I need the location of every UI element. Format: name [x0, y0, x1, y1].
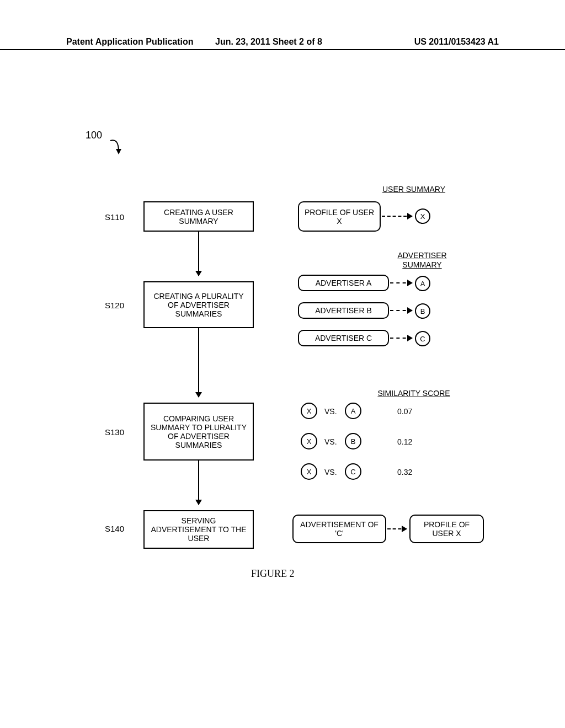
- step-s140-box: SERVING ADVERTISEMENT TO THE USER: [143, 510, 254, 549]
- step-s110-box: CREATING A USER SUMMARY: [143, 201, 254, 232]
- comp2-circle-b: B: [345, 433, 361, 449]
- circle-x-label: X: [420, 212, 425, 221]
- profile-user-x-box-2: PROFILE OF USER X: [409, 515, 484, 543]
- circle-b: B: [415, 303, 430, 319]
- comp2-score: 0.12: [397, 437, 412, 446]
- arrow-profile-to-x: [382, 216, 412, 217]
- comp2-x-label: X: [307, 437, 312, 446]
- step-s130-label: S130: [105, 427, 124, 437]
- advertiser-b-box: ADVERTISER B: [298, 302, 389, 319]
- header-left: Patent Application Publication: [66, 37, 194, 47]
- comp3-vs: VS.: [324, 468, 337, 477]
- arrow-advertiser-b: [390, 310, 412, 311]
- step-s130-box: COMPARING USER SUMMARY TO PLURALITY OF A…: [143, 403, 254, 461]
- advertiser-c-box: ADVERTISER C: [298, 330, 389, 346]
- profile-user-x-label-2: PROFILE OF USER X: [415, 520, 478, 538]
- comp1-a-label: A: [351, 407, 356, 415]
- patent-header: Patent Application Publication Jun. 23, …: [0, 47, 565, 50]
- reference-number: 100: [86, 130, 102, 141]
- step-s120-box: CREATING A PLURALITY OF ADVERTISER SUMMA…: [143, 281, 254, 328]
- step-s120-label: S120: [105, 301, 124, 310]
- similarity-score-title: SIMILARITY SCORE: [353, 389, 475, 398]
- advertisement-of-c-box: ADVERTISEMENT OF 'C': [292, 515, 386, 543]
- arrow-ad-to-profile: [387, 528, 407, 529]
- flowchart-diagram: 100 USER SUMMARY ADVERTISER SUMMARY SIMI…: [0, 127, 565, 579]
- circle-x: X: [415, 208, 430, 224]
- header-center: Jun. 23, 2011 Sheet 2 of 8: [215, 37, 322, 47]
- comp2-vs: VS.: [324, 437, 337, 446]
- circle-a-label: A: [420, 280, 425, 288]
- comp3-x-label: X: [307, 468, 312, 476]
- circle-b-label: B: [420, 307, 425, 315]
- step-s120-text: CREATING A PLURALITY OF ADVERTISER SUMMA…: [148, 292, 249, 318]
- step-s110-text: CREATING A USER SUMMARY: [148, 208, 249, 226]
- comp3-circle-x: X: [301, 463, 317, 480]
- arrow-advertiser-a: [390, 282, 412, 283]
- step-s110-label: S110: [105, 212, 124, 222]
- circle-a: A: [415, 276, 430, 291]
- comp1-score: 0.07: [397, 407, 412, 416]
- circle-c: C: [415, 331, 430, 346]
- comp1-vs: VS.: [324, 407, 337, 416]
- comp2-circle-x: X: [301, 433, 317, 449]
- advertiser-summary-title: ADVERTISER SUMMARY: [386, 251, 458, 270]
- comp2-b-label: B: [351, 437, 356, 446]
- comp3-score: 0.32: [397, 468, 412, 477]
- advertisement-of-c-label: ADVERTISEMENT OF 'C': [298, 520, 381, 538]
- arrow-s110-s120: [198, 232, 199, 276]
- user-summary-title: USER SUMMARY: [359, 185, 469, 194]
- advertiser-b-label: ADVERTISER B: [315, 306, 371, 315]
- curve-arrow-icon: [108, 138, 130, 160]
- comp1-circle-a: A: [345, 403, 361, 419]
- comp3-circle-c: C: [345, 463, 361, 480]
- profile-user-x-label: PROFILE OF USER X: [303, 208, 375, 226]
- advertiser-a-box: ADVERTISER A: [298, 275, 389, 291]
- advertiser-c-label: ADVERTISER C: [315, 334, 372, 342]
- step-s140-text: SERVING ADVERTISEMENT TO THE USER: [148, 516, 249, 543]
- circle-c-label: C: [420, 335, 425, 343]
- step-s130-text: COMPARING USER SUMMARY TO PLURALITY OF A…: [148, 414, 249, 449]
- comp1-x-label: X: [307, 407, 312, 415]
- arrow-s120-s130: [198, 328, 199, 397]
- arrow-advertiser-c: [390, 338, 412, 339]
- advertiser-a-label: ADVERTISER A: [316, 279, 372, 287]
- svg-marker-0: [116, 149, 121, 154]
- arrow-s130-s140: [198, 461, 199, 505]
- profile-user-x-box: PROFILE OF USER X: [298, 201, 381, 232]
- header-right: US 2011/0153423 A1: [414, 37, 499, 47]
- comp1-circle-x: X: [301, 403, 317, 419]
- step-s140-label: S140: [105, 524, 124, 533]
- figure-caption: FIGURE 2: [251, 568, 295, 580]
- comp3-c-label: C: [350, 468, 355, 476]
